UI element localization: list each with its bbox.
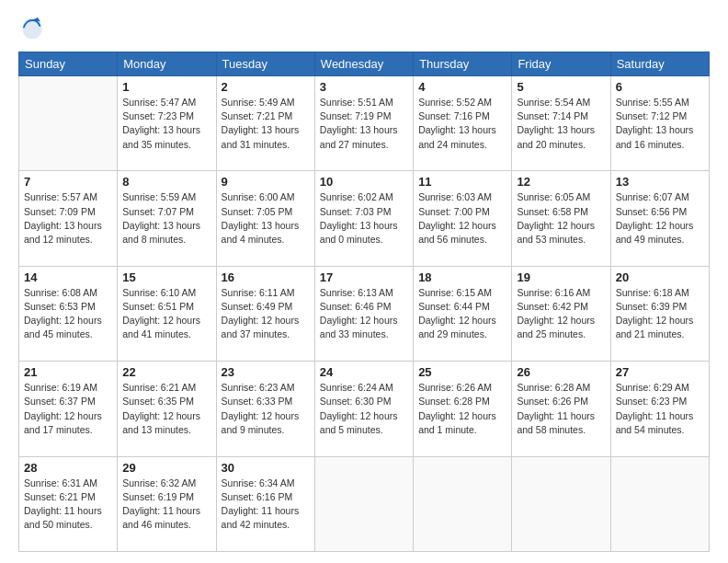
calendar-cell: 28Sunrise: 6:31 AM Sunset: 6:21 PM Dayli… xyxy=(19,456,118,551)
calendar-cell: 2Sunrise: 5:49 AM Sunset: 7:21 PM Daylig… xyxy=(216,76,314,171)
calendar-week-row: 28Sunrise: 6:31 AM Sunset: 6:21 PM Dayli… xyxy=(19,456,710,551)
day-number: 29 xyxy=(122,461,210,475)
day-number: 12 xyxy=(517,175,605,189)
day-info: Sunrise: 5:55 AM Sunset: 7:12 PM Dayligh… xyxy=(616,96,704,152)
day-number: 1 xyxy=(122,80,210,94)
calendar-cell: 25Sunrise: 6:26 AM Sunset: 6:28 PM Dayli… xyxy=(414,362,512,456)
calendar-week-row: 7Sunrise: 5:57 AM Sunset: 7:09 PM Daylig… xyxy=(19,171,710,266)
calendar-cell: 4Sunrise: 5:52 AM Sunset: 7:16 PM Daylig… xyxy=(414,76,512,171)
day-number: 27 xyxy=(616,365,704,379)
day-info: Sunrise: 5:54 AM Sunset: 7:14 PM Dayligh… xyxy=(517,96,605,152)
calendar-cell: 10Sunrise: 6:02 AM Sunset: 7:03 PM Dayli… xyxy=(314,171,413,266)
day-number: 10 xyxy=(320,175,408,189)
day-info: Sunrise: 6:11 AM Sunset: 6:49 PM Dayligh… xyxy=(222,286,310,342)
calendar-cell xyxy=(314,456,413,551)
day-number: 7 xyxy=(24,175,112,189)
day-number: 2 xyxy=(222,80,310,94)
weekday-header-friday: Friday xyxy=(512,52,610,76)
day-info: Sunrise: 6:29 AM Sunset: 6:23 PM Dayligh… xyxy=(616,381,704,437)
day-number: 11 xyxy=(418,175,506,189)
calendar-cell xyxy=(19,76,118,171)
weekday-header-monday: Monday xyxy=(118,52,216,76)
day-info: Sunrise: 6:00 AM Sunset: 7:05 PM Dayligh… xyxy=(222,190,310,247)
calendar-cell: 11Sunrise: 6:03 AM Sunset: 7:00 PM Dayli… xyxy=(414,171,512,266)
calendar-cell: 23Sunrise: 6:23 AM Sunset: 6:33 PM Dayli… xyxy=(216,362,314,456)
day-info: Sunrise: 5:51 AM Sunset: 7:19 PM Dayligh… xyxy=(320,96,408,152)
weekday-header-wednesday: Wednesday xyxy=(314,52,413,76)
day-info: Sunrise: 5:47 AM Sunset: 7:23 PM Dayligh… xyxy=(122,96,210,152)
day-info: Sunrise: 6:23 AM Sunset: 6:33 PM Dayligh… xyxy=(222,381,310,437)
day-info: Sunrise: 6:28 AM Sunset: 6:26 PM Dayligh… xyxy=(517,381,605,437)
calendar-week-row: 14Sunrise: 6:08 AM Sunset: 6:53 PM Dayli… xyxy=(19,266,710,361)
day-info: Sunrise: 6:05 AM Sunset: 6:58 PM Dayligh… xyxy=(517,190,605,247)
calendar-cell: 22Sunrise: 6:21 AM Sunset: 6:35 PM Dayli… xyxy=(118,362,216,456)
day-info: Sunrise: 6:32 AM Sunset: 6:19 PM Dayligh… xyxy=(122,477,210,533)
calendar-cell: 17Sunrise: 6:13 AM Sunset: 6:46 PM Dayli… xyxy=(314,266,413,361)
day-info: Sunrise: 6:16 AM Sunset: 6:42 PM Dayligh… xyxy=(517,286,605,342)
day-number: 19 xyxy=(517,270,605,284)
calendar-cell: 6Sunrise: 5:55 AM Sunset: 7:12 PM Daylig… xyxy=(610,76,709,171)
calendar-cell: 21Sunrise: 6:19 AM Sunset: 6:37 PM Dayli… xyxy=(19,362,118,456)
day-info: Sunrise: 6:24 AM Sunset: 6:30 PM Dayligh… xyxy=(320,381,408,437)
day-info: Sunrise: 6:07 AM Sunset: 6:56 PM Dayligh… xyxy=(616,190,704,247)
day-number: 26 xyxy=(517,365,605,379)
day-number: 16 xyxy=(222,270,310,284)
calendar-cell: 5Sunrise: 5:54 AM Sunset: 7:14 PM Daylig… xyxy=(512,76,610,171)
day-info: Sunrise: 6:03 AM Sunset: 7:00 PM Dayligh… xyxy=(418,190,506,247)
weekday-header-thursday: Thursday xyxy=(414,52,512,76)
day-info: Sunrise: 5:59 AM Sunset: 7:07 PM Dayligh… xyxy=(122,190,210,247)
calendar-cell: 30Sunrise: 6:34 AM Sunset: 6:16 PM Dayli… xyxy=(216,456,314,551)
page-header xyxy=(18,15,710,42)
day-info: Sunrise: 5:49 AM Sunset: 7:21 PM Dayligh… xyxy=(222,96,310,152)
calendar-table: SundayMondayTuesdayWednesdayThursdayFrid… xyxy=(18,52,710,552)
day-number: 3 xyxy=(320,80,408,94)
day-number: 17 xyxy=(320,270,408,284)
calendar-cell: 18Sunrise: 6:15 AM Sunset: 6:44 PM Dayli… xyxy=(414,266,512,361)
calendar-cell: 27Sunrise: 6:29 AM Sunset: 6:23 PM Dayli… xyxy=(610,362,709,456)
day-number: 9 xyxy=(222,175,310,189)
calendar-cell: 26Sunrise: 6:28 AM Sunset: 6:26 PM Dayli… xyxy=(512,362,610,456)
day-info: Sunrise: 6:31 AM Sunset: 6:21 PM Dayligh… xyxy=(24,477,112,533)
calendar-cell: 24Sunrise: 6:24 AM Sunset: 6:30 PM Dayli… xyxy=(314,362,413,456)
day-info: Sunrise: 6:13 AM Sunset: 6:46 PM Dayligh… xyxy=(320,286,408,342)
calendar-cell: 8Sunrise: 5:59 AM Sunset: 7:07 PM Daylig… xyxy=(118,171,216,266)
day-info: Sunrise: 6:18 AM Sunset: 6:39 PM Dayligh… xyxy=(616,286,704,342)
day-info: Sunrise: 6:02 AM Sunset: 7:03 PM Dayligh… xyxy=(320,190,408,247)
calendar-cell: 13Sunrise: 6:07 AM Sunset: 6:56 PM Dayli… xyxy=(610,171,709,266)
day-number: 4 xyxy=(418,80,506,94)
calendar-cell: 19Sunrise: 6:16 AM Sunset: 6:42 PM Dayli… xyxy=(512,266,610,361)
weekday-header-sunday: Sunday xyxy=(19,52,118,76)
weekday-header-saturday: Saturday xyxy=(610,52,709,76)
calendar-cell: 1Sunrise: 5:47 AM Sunset: 7:23 PM Daylig… xyxy=(118,76,216,171)
day-info: Sunrise: 6:34 AM Sunset: 6:16 PM Dayligh… xyxy=(222,477,310,533)
day-number: 14 xyxy=(24,270,112,284)
day-number: 18 xyxy=(418,270,506,284)
day-number: 6 xyxy=(616,80,704,94)
day-info: Sunrise: 6:21 AM Sunset: 6:35 PM Dayligh… xyxy=(122,381,210,437)
day-info: Sunrise: 6:26 AM Sunset: 6:28 PM Dayligh… xyxy=(418,381,506,437)
day-number: 30 xyxy=(222,461,310,475)
day-number: 5 xyxy=(517,80,605,94)
day-info: Sunrise: 6:15 AM Sunset: 6:44 PM Dayligh… xyxy=(418,286,506,342)
calendar-cell xyxy=(512,456,610,551)
day-number: 15 xyxy=(122,270,210,284)
calendar-cell xyxy=(414,456,512,551)
calendar-header-row: SundayMondayTuesdayWednesdayThursdayFrid… xyxy=(19,52,710,76)
calendar-cell: 16Sunrise: 6:11 AM Sunset: 6:49 PM Dayli… xyxy=(216,266,314,361)
day-number: 23 xyxy=(222,365,310,379)
day-info: Sunrise: 6:08 AM Sunset: 6:53 PM Dayligh… xyxy=(24,286,112,342)
day-info: Sunrise: 5:57 AM Sunset: 7:09 PM Dayligh… xyxy=(24,190,112,247)
calendar-cell: 15Sunrise: 6:10 AM Sunset: 6:51 PM Dayli… xyxy=(118,266,216,361)
day-number: 25 xyxy=(418,365,506,379)
day-info: Sunrise: 6:19 AM Sunset: 6:37 PM Dayligh… xyxy=(24,381,112,437)
day-number: 24 xyxy=(320,365,408,379)
weekday-header-tuesday: Tuesday xyxy=(216,52,314,76)
day-info: Sunrise: 5:52 AM Sunset: 7:16 PM Dayligh… xyxy=(418,96,506,152)
calendar-cell: 14Sunrise: 6:08 AM Sunset: 6:53 PM Dayli… xyxy=(19,266,118,361)
day-number: 21 xyxy=(24,365,112,379)
calendar-cell: 3Sunrise: 5:51 AM Sunset: 7:19 PM Daylig… xyxy=(314,76,413,171)
logo xyxy=(18,15,50,42)
calendar-cell: 9Sunrise: 6:00 AM Sunset: 7:05 PM Daylig… xyxy=(216,171,314,266)
calendar-week-row: 1Sunrise: 5:47 AM Sunset: 7:23 PM Daylig… xyxy=(19,76,710,171)
calendar-cell: 20Sunrise: 6:18 AM Sunset: 6:39 PM Dayli… xyxy=(610,266,709,361)
